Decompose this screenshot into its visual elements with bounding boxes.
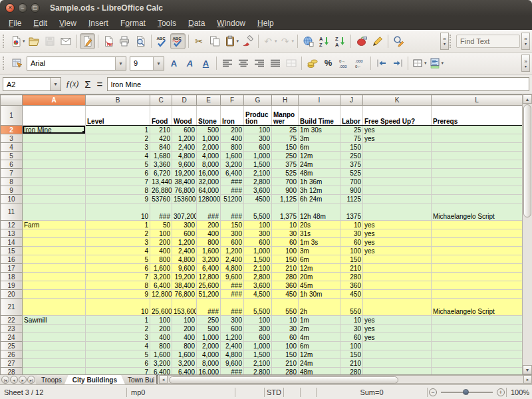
cell-A20[interactable]: [23, 290, 86, 299]
cell-I12[interactable]: 20s: [299, 221, 340, 229]
row-header-13[interactable]: 13: [1, 229, 23, 238]
combo-dropdown-icon[interactable]: ▾: [153, 57, 164, 70]
cell-B2[interactable]: 1: [86, 126, 150, 134]
cell-L25[interactable]: [432, 342, 523, 350]
cell-A23[interactable]: [23, 325, 86, 333]
background-color-button[interactable]: ▾: [428, 55, 445, 71]
cell-J10[interactable]: 1125: [340, 195, 363, 203]
cell-C7[interactable]: 6,720: [150, 169, 172, 178]
cut-button[interactable]: ✂: [192, 33, 207, 49]
title-bar[interactable]: ✕ – ▢ Sample.ods - LibreOffice Calc: [0, 0, 532, 16]
sheet-tab-town-buildings[interactable]: Town Buildings: [120, 375, 154, 384]
cell-I4[interactable]: 6m: [299, 143, 340, 152]
cell-I5[interactable]: 12m: [299, 152, 340, 160]
cell-E26[interactable]: 4,000: [197, 350, 221, 359]
cell-C28[interactable]: 6,400: [150, 368, 172, 375]
row-header-18[interactable]: 18: [1, 273, 23, 281]
cell-G14[interactable]: 600: [244, 238, 272, 247]
cell-G9[interactable]: 3,600: [244, 186, 272, 195]
italic-button[interactable]: A: [182, 55, 198, 71]
cell-D2[interactable]: 600: [172, 126, 197, 134]
cell-H25[interactable]: 100: [272, 342, 299, 350]
name-box[interactable]: A2 ▾: [3, 77, 61, 91]
cell-A10[interactable]: [23, 195, 86, 203]
cell-H19[interactable]: 360: [272, 281, 299, 290]
cell-B7[interactable]: 6: [86, 169, 150, 178]
next-sheet-button[interactable]: ▸: [19, 376, 27, 384]
menu-help[interactable]: Help: [251, 17, 280, 29]
cell-F26[interactable]: 4,800: [221, 350, 244, 359]
cell-C27[interactable]: 3,200: [150, 359, 172, 368]
cell-C11[interactable]: ###: [150, 203, 172, 221]
row-header-22[interactable]: 22: [1, 316, 23, 325]
cell-B24[interactable]: 3: [86, 333, 150, 342]
horizontal-scrollbar[interactable]: ◂ ▸: [159, 375, 532, 384]
cell-H20[interactable]: 450: [272, 290, 299, 299]
cell-I16[interactable]: 6m: [299, 255, 340, 264]
row-header-8[interactable]: 8: [1, 178, 23, 186]
align-center-button[interactable]: [235, 55, 251, 71]
dropdown-arrow-icon[interactable]: ▾: [442, 61, 444, 66]
row-header-4[interactable]: 4: [1, 143, 23, 152]
cell-F11[interactable]: ###: [221, 203, 244, 221]
cell-H5[interactable]: 250: [272, 152, 299, 160]
cell-C5[interactable]: 1,680: [150, 152, 172, 160]
cell-B8[interactable]: 7: [86, 178, 150, 186]
menu-view[interactable]: View: [53, 17, 82, 29]
column-header-K[interactable]: K: [363, 95, 432, 106]
column-header-E[interactable]: E: [197, 95, 221, 106]
cell-F13[interactable]: 300: [221, 229, 244, 238]
column-header-F[interactable]: F: [221, 95, 244, 106]
cell-G13[interactable]: 300: [244, 229, 272, 238]
cell-K21[interactable]: [363, 299, 432, 316]
sum-status[interactable]: Sum=0: [317, 388, 427, 396]
cell-G2[interactable]: 100: [244, 126, 272, 134]
zoom-slider[interactable]: − +: [428, 388, 506, 396]
cell-K18[interactable]: [363, 273, 432, 281]
cell-J24[interactable]: 60: [340, 333, 363, 342]
cell-L15[interactable]: [432, 247, 523, 255]
cell-H11[interactable]: 1,375: [272, 203, 299, 221]
cell-D17[interactable]: 9,600: [172, 264, 197, 273]
cell-F5[interactable]: 1,600: [221, 152, 244, 160]
cell-F16[interactable]: 2,400: [221, 255, 244, 264]
cell-C4[interactable]: 840: [150, 143, 172, 152]
cell-L6[interactable]: [432, 160, 523, 169]
standard-toolbar-overflow-button[interactable]: »▾: [440, 33, 449, 50]
cell-F25[interactable]: 2,400: [221, 342, 244, 350]
cell-E3[interactable]: 1,000: [197, 134, 221, 143]
close-button[interactable]: ✕: [5, 3, 15, 13]
cell-L16[interactable]: [432, 255, 523, 264]
cell-E13[interactable]: 400: [197, 229, 221, 238]
cell-A8[interactable]: [23, 178, 86, 186]
cell-C6[interactable]: 3,360: [150, 160, 172, 169]
cell-C13[interactable]: 100: [150, 229, 172, 238]
maximize-button[interactable]: ▢: [31, 3, 40, 13]
cell-A6[interactable]: [23, 160, 86, 169]
cell-G4[interactable]: 600: [244, 143, 272, 152]
increase-indent-button[interactable]: [390, 55, 405, 71]
cell-H15[interactable]: 100: [272, 247, 299, 255]
column-header-B[interactable]: B: [86, 95, 150, 106]
cell-G11[interactable]: 5,500: [244, 203, 272, 221]
print-preview-button[interactable]: [133, 33, 148, 49]
cell-H3[interactable]: 75: [272, 134, 299, 143]
cell-K22[interactable]: yes: [363, 316, 432, 325]
cell-I19[interactable]: 45m: [299, 281, 340, 290]
cell-D8[interactable]: 38,400: [172, 178, 197, 186]
new-document-button[interactable]: ▾: [9, 33, 26, 49]
cell-L12[interactable]: [432, 221, 523, 229]
cell-J7[interactable]: 525: [340, 169, 363, 178]
cell-G24[interactable]: 600: [244, 333, 272, 342]
cell-I23[interactable]: 2m: [299, 325, 340, 333]
name-box-dropdown-icon[interactable]: ▾: [50, 78, 61, 90]
vertical-scroll-thumb[interactable]: [523, 104, 531, 217]
cell-K11[interactable]: [363, 203, 432, 221]
cell-B6[interactable]: 5: [86, 160, 150, 169]
cell-D27[interactable]: 3,200: [172, 359, 197, 368]
row-header-15[interactable]: 15: [1, 247, 23, 255]
row-header-3[interactable]: 3: [1, 134, 23, 143]
cell-C1[interactable]: Food: [150, 106, 172, 126]
cell-H4[interactable]: 150: [272, 143, 299, 152]
cell-K20[interactable]: [363, 290, 432, 299]
